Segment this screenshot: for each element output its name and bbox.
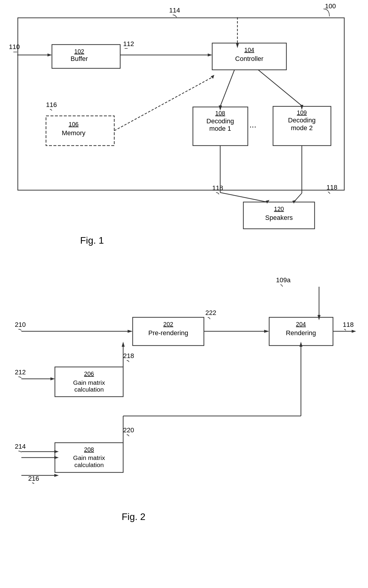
svg-marker-50: [299, 342, 302, 347]
fig2-label: Fig. 2: [122, 511, 145, 522]
label-114: 114: [169, 7, 180, 14]
svg-line-10: [114, 77, 212, 131]
fig1-label: Fig. 1: [80, 235, 104, 246]
label-202: 202: [163, 321, 173, 327]
label-214: 214: [15, 443, 26, 450]
box-speakers: Speakers: [265, 214, 293, 221]
label-108: 108: [215, 110, 225, 116]
svg-marker-46: [54, 474, 59, 477]
svg-marker-2: [47, 53, 52, 56]
box-gain2-line2: calculation: [74, 461, 104, 468]
label-216: 216: [28, 475, 39, 482]
label-100: 100: [325, 2, 336, 10]
label-120: 120: [274, 206, 284, 212]
label-210: 210: [15, 321, 26, 328]
label-118b: 118: [326, 184, 337, 191]
label-118-fig2: 118: [343, 321, 354, 328]
label-102: 102: [74, 48, 84, 55]
box-prerendering: Pre-rendering: [148, 329, 188, 337]
label-116: 116: [46, 101, 57, 108]
box-memory: Memory: [62, 129, 85, 137]
box-gain1-line1: Gain matrix: [73, 379, 105, 386]
box-rendering: Rendering: [286, 329, 316, 337]
ellipsis: ···: [249, 122, 256, 131]
svg-marker-5: [208, 53, 212, 56]
box-decoding2-line2: mode 2: [291, 124, 313, 132]
svg-marker-34: [352, 330, 356, 333]
label-109a: 109a: [276, 276, 291, 284]
svg-line-20: [220, 193, 267, 202]
box-decoding2-line1: Decoding: [288, 116, 316, 124]
page: 100 110 102 Buffer 112 114 104 Controlle…: [0, 0, 368, 588]
svg-marker-36: [50, 377, 55, 380]
label-212: 212: [15, 368, 26, 376]
svg-marker-39: [122, 342, 125, 347]
box-buffer: Buffer: [71, 55, 88, 62]
label-220: 220: [123, 426, 134, 434]
box-gain1-line2: calculation: [74, 386, 104, 393]
label-222: 222: [205, 309, 216, 316]
label-112: 112: [123, 40, 134, 48]
label-206: 206: [84, 371, 94, 377]
box-gain2-line1: Gain matrix: [73, 454, 105, 461]
box-decoding1-line2: mode 1: [209, 125, 231, 132]
box-controller: Controller: [235, 55, 263, 62]
label-218: 218: [123, 352, 134, 360]
svg-marker-31: [264, 330, 269, 333]
label-204: 204: [296, 321, 306, 327]
label-106: 106: [69, 121, 78, 127]
svg-marker-7: [236, 43, 239, 48]
label-208: 208: [84, 446, 94, 453]
label-104: 104: [244, 47, 254, 53]
svg-rect-0: [18, 18, 344, 190]
label-110: 110: [9, 43, 20, 51]
label-118a: 118: [212, 184, 223, 192]
label-109: 109: [297, 109, 307, 116]
svg-line-16: [258, 70, 302, 106]
svg-line-14: [220, 70, 234, 106]
svg-marker-28: [128, 330, 133, 333]
box-decoding1-line1: Decoding: [207, 117, 234, 125]
